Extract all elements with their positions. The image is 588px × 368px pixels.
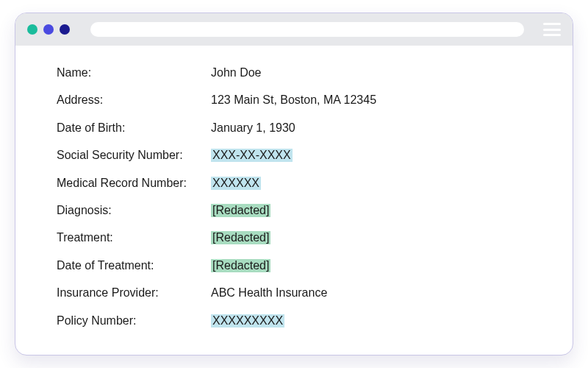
field-row: Address: 123 Main St, Boston, MA 12345 bbox=[57, 93, 531, 107]
hamburger-line bbox=[543, 23, 561, 25]
field-row: Date of Birth: January 1, 1930 bbox=[57, 121, 531, 135]
hamburger-line bbox=[543, 29, 561, 31]
redacted-value: [Redacted] bbox=[211, 259, 270, 272]
window-dot-2[interactable] bbox=[43, 24, 54, 35]
field-label: Name: bbox=[57, 66, 211, 79]
field-value: [Redacted] bbox=[211, 204, 531, 217]
field-label: Address: bbox=[57, 93, 211, 107]
redacted-value: [Redacted] bbox=[211, 231, 270, 244]
field-value: 123 Main St, Boston, MA 12345 bbox=[211, 93, 531, 107]
field-value: ABC Health Insurance bbox=[211, 286, 531, 300]
field-row: Diagnosis: [Redacted] bbox=[57, 204, 531, 217]
field-row: Name: John Doe bbox=[57, 66, 531, 79]
menu-icon[interactable] bbox=[543, 23, 561, 36]
field-label: Policy Number: bbox=[57, 314, 211, 328]
field-label: Social Security Number: bbox=[57, 149, 211, 162]
masked-value: XXXXXX bbox=[211, 177, 261, 190]
field-label: Medical Record Number: bbox=[57, 177, 211, 190]
field-value: XXX-XX-XXXX bbox=[211, 149, 531, 162]
redacted-value: [Redacted] bbox=[211, 204, 270, 217]
value-text: ABC Health Insurance bbox=[211, 286, 327, 299]
field-value: XXXXXXXXX bbox=[211, 314, 531, 328]
field-row: Insurance Provider: ABC Health Insurance bbox=[57, 286, 531, 300]
field-row: Treatment: [Redacted] bbox=[57, 231, 531, 244]
record-content: Name: John Doe Address: 123 Main St, Bos… bbox=[15, 46, 573, 355]
field-value: [Redacted] bbox=[211, 259, 531, 272]
window-dot-1[interactable] bbox=[27, 24, 37, 35]
field-label: Insurance Provider: bbox=[57, 286, 211, 300]
field-row: Policy Number: XXXXXXXXX bbox=[57, 314, 531, 328]
value-text: John Doe bbox=[211, 66, 262, 79]
field-row: Date of Treatment: [Redacted] bbox=[57, 259, 531, 272]
field-label: Date of Treatment: bbox=[57, 259, 211, 272]
field-row: Social Security Number: XXX-XX-XXXX bbox=[57, 149, 531, 162]
title-bar bbox=[15, 13, 573, 46]
masked-value: XXXXXXXXX bbox=[211, 314, 284, 328]
masked-value: XXX-XX-XXXX bbox=[211, 149, 293, 162]
field-label: Treatment: bbox=[57, 231, 211, 244]
browser-window: Name: John Doe Address: 123 Main St, Bos… bbox=[15, 13, 573, 355]
window-dot-3[interactable] bbox=[60, 24, 70, 35]
field-value: [Redacted] bbox=[211, 231, 531, 244]
window-controls bbox=[27, 24, 70, 35]
value-text: January 1, 1930 bbox=[211, 121, 295, 134]
field-row: Medical Record Number: XXXXXX bbox=[57, 177, 531, 190]
hamburger-line bbox=[543, 34, 561, 36]
field-value: XXXXXX bbox=[211, 177, 531, 190]
field-value: January 1, 1930 bbox=[211, 121, 531, 135]
field-label: Diagnosis: bbox=[57, 204, 211, 217]
value-text: 123 Main St, Boston, MA 12345 bbox=[211, 93, 376, 106]
field-value: John Doe bbox=[211, 66, 531, 79]
field-label: Date of Birth: bbox=[57, 121, 211, 135]
address-bar[interactable] bbox=[90, 22, 524, 37]
